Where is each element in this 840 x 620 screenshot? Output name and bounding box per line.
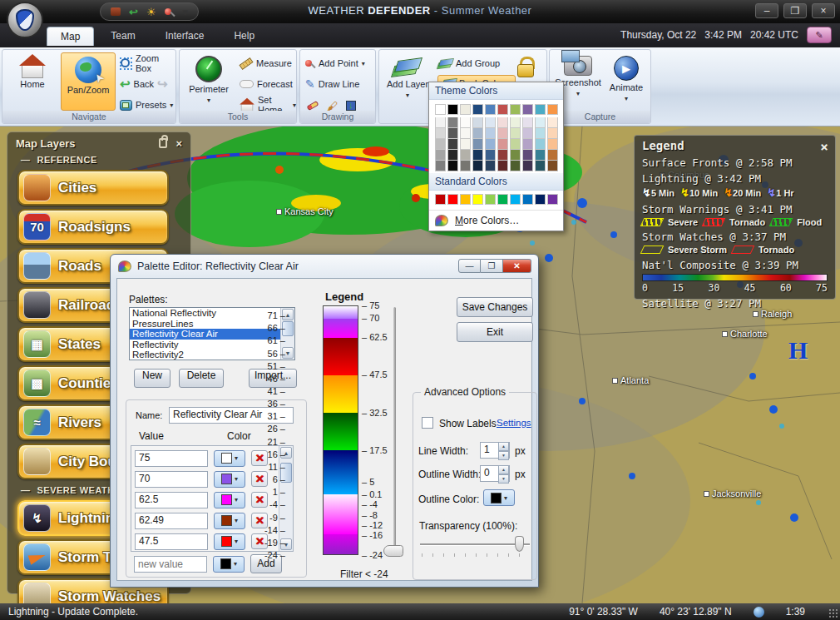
row-color-dropdown[interactable]: ▾ (214, 533, 245, 550)
tab-interface[interactable]: Interface (152, 27, 218, 46)
value-input[interactable]: 70 (135, 471, 208, 488)
dialog-close-button[interactable]: ✕ (503, 259, 531, 273)
draw-line-button[interactable]: ✎ Draw Line (305, 76, 359, 92)
legend-filter-slider[interactable] (393, 307, 396, 555)
app-logo[interactable] (7, 2, 43, 38)
theme-shade-swatch[interactable] (447, 128, 458, 139)
theme-shade-swatch[interactable] (472, 161, 483, 171)
perimeter-button[interactable]: Perimeter▾ (183, 52, 235, 111)
theme-shade-swatch[interactable] (522, 161, 533, 171)
theme-shade-swatch[interactable] (535, 117, 546, 128)
theme-shade-swatch[interactable] (447, 139, 458, 150)
notes-button[interactable]: ✎ (807, 27, 832, 43)
standard-color-swatch[interactable] (485, 194, 496, 205)
tab-map[interactable]: Map (47, 27, 94, 46)
settings-link[interactable]: Settings (497, 418, 531, 428)
theme-shade-swatch[interactable] (510, 117, 521, 128)
theme-color-swatch[interactable] (485, 104, 496, 115)
show-labels-checkbox[interactable] (422, 417, 433, 429)
theme-shade-swatch[interactable] (510, 150, 521, 161)
theme-shade-swatch[interactable] (472, 150, 483, 161)
palette-list-item[interactable]: PressureLines (130, 319, 280, 330)
measure-button[interactable]: Measure (240, 55, 292, 72)
theme-shade-swatch[interactable] (472, 139, 483, 150)
line-width-down-icon[interactable]: ▼ (498, 451, 509, 460)
new-button[interactable]: New (134, 369, 170, 388)
standard-color-swatch[interactable] (435, 194, 446, 205)
theme-shade-swatch[interactable] (472, 128, 483, 139)
theme-shade-swatch[interactable] (435, 139, 446, 150)
more-colors-item[interactable]: More Colors… (429, 210, 563, 231)
palette-list-item[interactable]: Reflectivity Clear Air (130, 329, 280, 340)
value-input[interactable]: 75 (135, 450, 208, 467)
theme-shade-swatch[interactable] (435, 128, 446, 139)
theme-shade-swatch[interactable] (522, 139, 533, 150)
theme-shade-swatch[interactable] (547, 139, 558, 150)
theme-shade-swatch[interactable] (510, 128, 521, 139)
save-drawing-icon[interactable] (346, 101, 356, 111)
theme-color-swatch[interactable] (460, 104, 471, 115)
dialog-maximize-button[interactable]: ❐ (481, 259, 503, 273)
theme-shade-swatch[interactable] (497, 128, 508, 139)
theme-shade-swatch[interactable] (460, 150, 471, 161)
theme-shade-swatch[interactable] (535, 161, 546, 171)
standard-color-swatch[interactable] (547, 194, 558, 205)
theme-shade-swatch[interactable] (460, 161, 471, 171)
legend-close-icon[interactable]: × (820, 139, 828, 155)
delete-row-button[interactable]: ✕ (251, 471, 268, 487)
theme-shade-swatch[interactable] (460, 139, 471, 150)
exit-button[interactable]: Exit (457, 322, 533, 342)
panel-pin-icon[interactable] (159, 138, 167, 148)
theme-shade-swatch[interactable] (522, 150, 533, 161)
maximize-button[interactable]: ❐ (783, 3, 807, 18)
panel-close-icon[interactable]: × (175, 137, 182, 150)
theme-shade-swatch[interactable] (485, 161, 496, 171)
delete-row-button[interactable]: ✕ (251, 492, 268, 508)
layer-button-cities[interactable]: Cities (17, 170, 169, 206)
theme-shade-swatch[interactable] (522, 117, 533, 128)
row-color-dropdown[interactable]: ▾ (214, 471, 245, 488)
theme-shade-swatch[interactable] (547, 128, 558, 139)
theme-shade-swatch[interactable] (535, 128, 546, 139)
standard-color-swatch[interactable] (497, 194, 508, 205)
add-group-button[interactable]: Add Group (439, 55, 500, 72)
transparency-handle[interactable] (515, 536, 524, 552)
minimize-button[interactable]: – (755, 3, 778, 18)
eraser-icon[interactable] (306, 101, 319, 111)
legend-filter-handle[interactable] (383, 545, 403, 557)
standard-color-swatch[interactable] (522, 194, 533, 205)
theme-shade-swatch[interactable] (535, 150, 546, 161)
close-button[interactable]: × (812, 3, 835, 18)
theme-shade-swatch[interactable] (485, 150, 496, 161)
layer-button-roadsigns[interactable]: 70Roadsigns (17, 209, 169, 245)
standard-color-swatch[interactable] (535, 194, 546, 205)
animate-button[interactable]: ▶ Animate▾ (603, 52, 650, 111)
tab-team[interactable]: Team (97, 27, 148, 46)
transparency-slider[interactable] (420, 543, 530, 545)
theme-color-swatch[interactable] (535, 104, 546, 115)
standard-color-swatch[interactable] (460, 194, 471, 205)
standard-color-swatch[interactable] (510, 194, 521, 205)
theme-color-swatch[interactable] (447, 104, 458, 115)
resize-grip[interactable] (828, 608, 838, 618)
theme-shade-swatch[interactable] (547, 150, 558, 161)
new-value-color-dropdown[interactable]: ▾ (213, 556, 245, 573)
add-layer-button[interactable]: Add Layer▾ (382, 52, 433, 111)
theme-shade-swatch[interactable] (460, 128, 471, 139)
standard-color-swatch[interactable] (447, 194, 458, 205)
theme-shade-swatch[interactable] (497, 150, 508, 161)
pan-zoom-button[interactable]: Pan/Zoom (61, 52, 116, 111)
forecast-button[interactable]: Forecast (240, 76, 293, 92)
home-button[interactable]: Home (7, 52, 58, 111)
value-input[interactable]: 47.5 (135, 533, 208, 550)
delete-button[interactable]: Delete (179, 369, 224, 388)
new-value-input[interactable] (134, 556, 207, 573)
line-width-up-icon[interactable]: ▲ (498, 442, 509, 451)
theme-shade-swatch[interactable] (435, 117, 446, 128)
tab-help[interactable]: Help (220, 27, 268, 46)
theme-shade-swatch[interactable] (447, 117, 458, 128)
theme-shade-swatch[interactable] (435, 161, 446, 171)
theme-color-swatch[interactable] (435, 104, 446, 115)
back-button[interactable]: ↩ Back ↪ (120, 76, 168, 92)
row-color-dropdown[interactable]: ▾ (214, 450, 245, 467)
